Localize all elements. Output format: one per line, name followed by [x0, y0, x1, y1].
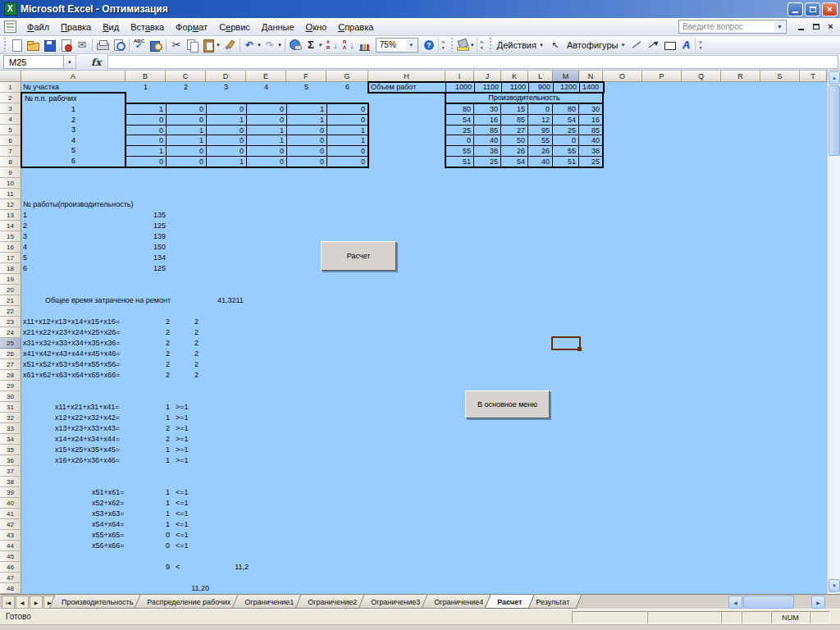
cut-button[interactable]: ✂ [168, 37, 185, 53]
zoom-combobox[interactable]: 75%▼ [376, 38, 418, 52]
sort-ascending-button[interactable] [324, 37, 340, 53]
row-header-18[interactable]: 18 [0, 263, 21, 274]
sheet-tab-ограничение4[interactable]: Ограничение4 [424, 595, 493, 609]
minimize-button[interactable] [788, 2, 803, 16]
cell[interactable]: 0 [167, 157, 206, 167]
vertical-scrollbar[interactable]: ▲ ▼ [827, 71, 840, 594]
row-header-47[interactable]: 47 [0, 573, 21, 583]
cell[interactable]: 1 [287, 104, 326, 114]
chevron-down-icon[interactable]: ▼ [277, 43, 282, 48]
insert-hyperlink-button[interactable] [287, 37, 304, 53]
undo-button[interactable]: ↶▼ [242, 37, 262, 53]
wordart-button[interactable]: A [678, 37, 694, 53]
cell[interactable]: 0 [207, 135, 246, 145]
column-header-O[interactable]: O [603, 71, 642, 82]
chevron-down-icon[interactable]: ▼ [318, 43, 323, 48]
row-header-37[interactable]: 37 [0, 466, 21, 477]
select-all-corner[interactable] [0, 71, 21, 82]
cell[interactable]: 0 [167, 104, 206, 114]
row-header-24[interactable]: 24 [0, 327, 21, 338]
cell[interactable]: 80 [446, 104, 473, 114]
print-button[interactable] [94, 37, 111, 53]
cell[interactable]: 1100 [474, 83, 501, 92]
open-folder-button[interactable] [25, 37, 41, 53]
menu-вставка[interactable]: Вставка [125, 20, 170, 34]
row-header-26[interactable]: 26 [0, 349, 21, 359]
column-header-D[interactable]: D [206, 71, 246, 82]
menu-окно[interactable]: Окно [300, 20, 333, 34]
autosum-button[interactable]: Σ▼ [304, 37, 324, 53]
row-header-21[interactable]: 21 [0, 295, 21, 306]
row-header-11[interactable]: 11 [0, 189, 21, 199]
cell[interactable]: 1 [327, 135, 368, 145]
sheet-tab-производительность[interactable]: Производительность [52, 595, 143, 609]
cell[interactable]: 1 [247, 135, 286, 145]
cell[interactable]: 1 [207, 157, 246, 167]
spelling-button[interactable] [131, 37, 148, 53]
menu-правка[interactable]: Правка [55, 20, 97, 34]
cell[interactable]: 0 [327, 104, 368, 114]
cell[interactable]: 25 [446, 126, 473, 135]
row-header-28[interactable]: 28 [0, 370, 21, 381]
cell[interactable]: 0 [126, 126, 166, 135]
column-header-T[interactable]: T [800, 71, 827, 82]
permission-button[interactable] [57, 37, 74, 53]
cell[interactable]: 85 [579, 126, 602, 135]
column-header-A[interactable]: A [21, 71, 126, 82]
row-header-1[interactable]: 1 [0, 82, 21, 93]
column-header-P[interactable]: P [642, 71, 682, 82]
cell[interactable]: 0 [287, 157, 326, 167]
cell[interactable]: 1 [327, 126, 368, 135]
draw-actions-button[interactable]: Действия▼ [494, 37, 547, 53]
scroll-left-icon[interactable]: ◀ [728, 596, 742, 609]
draw-rectangle-button[interactable] [661, 37, 678, 53]
cell[interactable]: 51 [553, 157, 578, 167]
cell[interactable]: 1 [207, 115, 246, 125]
row-header-46[interactable]: 46 [0, 562, 21, 573]
worksheet-grid[interactable]: ABCDEFGHIJKLMNOPQRST12345678910111213141… [0, 71, 827, 594]
cell[interactable]: 15 [501, 104, 527, 114]
menu-формат[interactable]: Формат [170, 20, 213, 34]
scroll-down-icon[interactable]: ▼ [829, 579, 840, 592]
row-header-6[interactable]: 6 [0, 135, 21, 146]
cell[interactable]: 1 [167, 126, 206, 135]
row-header-38[interactable]: 38 [0, 477, 21, 487]
select-arrow-button[interactable]: ↖ [547, 37, 564, 53]
row-header-16[interactable]: 16 [0, 242, 21, 253]
scroll-right-icon[interactable]: ▶ [811, 596, 825, 609]
cell[interactable]: 0 [126, 157, 166, 167]
cell[interactable]: 0 [167, 115, 206, 125]
menu-вид[interactable]: Вид [97, 20, 125, 34]
print-preview-button[interactable] [111, 37, 127, 53]
cell[interactable]: 0 [528, 104, 552, 114]
prev-sheet-icon[interactable]: ◀ [16, 596, 29, 609]
column-header-J[interactable]: J [474, 71, 501, 82]
cell[interactable]: 1100 [501, 83, 528, 92]
row-header-3[interactable]: 3 [0, 103, 21, 114]
cell[interactable]: 85 [501, 115, 527, 125]
cell[interactable]: 40 [474, 135, 500, 145]
cell[interactable]: 1 [126, 146, 166, 156]
autoshapes-button[interactable]: Автофигуры▼ [564, 37, 629, 53]
menu-файл[interactable]: Файл [21, 20, 55, 34]
row-header-31[interactable]: 31 [0, 402, 21, 413]
column-header-E[interactable]: E [246, 71, 286, 82]
cell[interactable]: 1000 [445, 83, 474, 92]
sheet-tab-распределение рабочих[interactable]: Распределение рабочих [137, 595, 240, 609]
row-header-23[interactable]: 23 [0, 317, 21, 327]
row-header-29[interactable]: 29 [0, 381, 21, 391]
first-sheet-icon[interactable]: |◀ [2, 596, 15, 609]
row-header-15[interactable]: 15 [0, 231, 21, 242]
cell[interactable]: 55 [446, 146, 473, 156]
row-header-41[interactable]: 41 [0, 509, 21, 519]
cell[interactable]: 30 [579, 104, 602, 114]
calc-button[interactable]: Расчет [321, 241, 396, 271]
cell[interactable]: 55 [553, 146, 578, 156]
column-header-B[interactable]: B [126, 71, 166, 82]
cell[interactable]: 0 [287, 135, 326, 145]
toolbar-grip-handle[interactable] [450, 38, 454, 52]
row-header-44[interactable]: 44 [0, 541, 21, 551]
cell[interactable]: 54 [501, 157, 527, 167]
cell[interactable]: 80 [553, 104, 578, 114]
row-header-48[interactable]: 48 [0, 583, 21, 594]
